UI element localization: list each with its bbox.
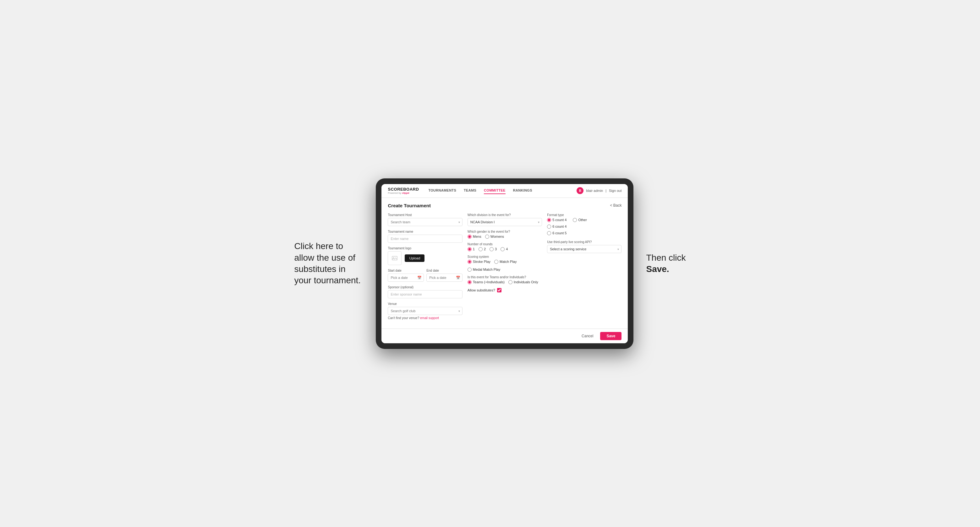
gender-label: Which gender is the event for? — [468, 230, 542, 233]
teams-individuals-label: Teams (+Individuals) — [473, 280, 504, 284]
scoring-api-label: Use third-party live scoring API? — [547, 240, 622, 244]
format-5count4-option[interactable]: 5 count 4 — [547, 218, 566, 222]
individuals-only-radio[interactable] — [508, 280, 512, 284]
stroke-play-option[interactable]: Stroke Play — [468, 260, 490, 264]
tournament-name-group: Tournament name — [388, 230, 462, 243]
division-select-wrapper: NCAA Division I ▾ — [468, 218, 542, 226]
nav-tournaments[interactable]: TOURNAMENTS — [428, 187, 456, 194]
tournament-host-wrapper: ▾ — [388, 218, 462, 226]
sponsor-input[interactable] — [388, 290, 462, 298]
upload-button[interactable]: Upload — [405, 254, 425, 262]
nav-teams[interactable]: TEAMS — [464, 187, 476, 194]
format-other-radio[interactable] — [573, 218, 577, 222]
logo: SCOREBOARD Powered by clippd — [388, 187, 419, 194]
rounds-2-option[interactable]: 2 — [479, 247, 486, 251]
format-5count4-radio[interactable] — [547, 218, 551, 222]
email-support-link[interactable]: email support — [420, 316, 439, 320]
rounds-label: Number of rounds — [468, 243, 542, 246]
end-date-label: End date — [426, 269, 463, 272]
venue-input[interactable] — [388, 307, 462, 315]
tablet-screen: SCOREBOARD Powered by clippd TOURNAMENTS… — [382, 184, 628, 343]
format-6count4-radio[interactable] — [547, 225, 551, 229]
cancel-button[interactable]: Cancel — [578, 332, 597, 340]
tournament-host-group: Tournament Host ▾ — [388, 213, 462, 226]
medal-match-play-option[interactable]: Medal Match Play — [468, 268, 500, 271]
right-annotation: Then click Save. — [646, 252, 686, 275]
rounds-radio-group: 1 2 3 — [468, 247, 542, 251]
format-other-label: Other — [578, 218, 587, 222]
nav-committee[interactable]: COMMITTEE — [484, 187, 506, 194]
form-mid-column: Which division is the event for? NCAA Di… — [468, 213, 542, 296]
match-play-option[interactable]: Match Play — [494, 260, 517, 264]
gender-mens-radio[interactable] — [468, 235, 472, 239]
medal-match-play-radio[interactable] — [468, 268, 472, 271]
gender-womens-radio[interactable] — [485, 235, 489, 239]
logo-powered: Powered by clippd — [388, 192, 419, 194]
gender-radio-group: Mens Womens — [468, 235, 542, 239]
gender-womens-label: Womens — [490, 235, 504, 238]
division-select[interactable]: NCAA Division I — [468, 218, 542, 226]
user-name: blair admin — [586, 189, 603, 192]
format-type-row3: 6 count 5 — [547, 231, 622, 235]
rounds-2-radio[interactable] — [479, 247, 483, 251]
format-6count4-option[interactable]: 6 count 4 — [547, 225, 622, 229]
tournament-name-input[interactable] — [388, 235, 462, 243]
scoring-system-label: Scoring system — [468, 255, 542, 259]
match-play-label: Match Play — [500, 260, 517, 264]
teams-individuals-option[interactable]: Teams (+Individuals) — [468, 280, 504, 284]
gender-group: Which gender is the event for? Mens Wome… — [468, 230, 542, 239]
venue-select-wrapper: ▾ — [388, 307, 462, 315]
rounds-4-option[interactable]: 4 — [501, 247, 508, 251]
sign-out-link[interactable]: Sign out — [609, 189, 622, 192]
form-left-column: Tournament Host ▾ Tournament name Tourna — [388, 213, 462, 324]
start-date-input[interactable] — [388, 273, 424, 282]
rounds-3-option[interactable]: 3 — [490, 247, 497, 251]
match-play-radio[interactable] — [494, 260, 498, 264]
main-content: Create Tournament < Back Tournament Host… — [382, 198, 628, 329]
rounds-1-radio[interactable] — [468, 247, 472, 251]
navigation: SCOREBOARD Powered by clippd TOURNAMENTS… — [382, 184, 628, 198]
image-icon — [391, 255, 398, 261]
format-6count5-radio[interactable] — [547, 231, 551, 235]
nav-right: B blair admin | Sign out — [577, 187, 622, 194]
nav-rankings[interactable]: RANKINGS — [513, 187, 532, 194]
tournament-host-input[interactable] — [388, 218, 462, 226]
event-for-group: Is this event for Teams and/or Individua… — [468, 275, 542, 284]
end-date-input[interactable] — [426, 273, 463, 282]
rounds-3-label: 3 — [495, 247, 497, 251]
format-other-option[interactable]: Other — [573, 218, 587, 222]
sponsor-label: Sponsor (optional) — [388, 286, 462, 289]
logo-placeholder — [388, 251, 402, 265]
back-button[interactable]: < Back — [610, 203, 622, 208]
format-6count5-option[interactable]: 6 count 5 — [547, 231, 622, 235]
venue-label: Venue — [388, 302, 462, 306]
format-type-label: Format type — [547, 213, 622, 217]
rounds-3-radio[interactable] — [490, 247, 493, 251]
scoring-api-wrapper: Select a scoring service ▾ — [547, 245, 622, 253]
tournament-logo-group: Tournament logo Upload — [388, 246, 462, 265]
format-type-row2: 6 count 4 — [547, 225, 622, 229]
individuals-only-option[interactable]: Individuals Only — [508, 280, 538, 284]
stroke-play-radio[interactable] — [468, 260, 472, 264]
individuals-only-label: Individuals Only — [514, 280, 538, 284]
allow-substitutes-text: Allow substitutes? — [468, 288, 495, 292]
teams-individuals-radio[interactable] — [468, 280, 472, 284]
scoring-api-select[interactable]: Select a scoring service — [547, 245, 622, 253]
page-wrapper: Click here to allow the use of substitut… — [13, 178, 967, 349]
tournament-logo-label: Tournament logo — [388, 246, 462, 250]
scoring-system-group: Scoring system Stroke Play Match Play — [468, 255, 542, 271]
svg-rect-0 — [392, 256, 397, 260]
gender-mens-option[interactable]: Mens — [468, 235, 481, 239]
gender-womens-option[interactable]: Womens — [485, 235, 504, 239]
start-date-label: Start date — [388, 269, 424, 272]
page-title: Create Tournament — [388, 203, 430, 208]
event-for-label: Is this event for Teams and/or Individua… — [468, 275, 542, 279]
end-date-group: End date 📅 — [426, 269, 463, 282]
rounds-4-radio[interactable] — [501, 247, 504, 251]
tournament-name-label: Tournament name — [388, 230, 462, 233]
rounds-1-option[interactable]: 1 — [468, 247, 475, 251]
save-button[interactable]: Save — [600, 332, 622, 340]
allow-substitutes-checkbox[interactable] — [497, 288, 501, 292]
scoring-system-radio-group: Stroke Play Match Play Medal Match Play — [468, 260, 542, 271]
event-for-radio-group: Teams (+Individuals) Individuals Only — [468, 280, 542, 284]
